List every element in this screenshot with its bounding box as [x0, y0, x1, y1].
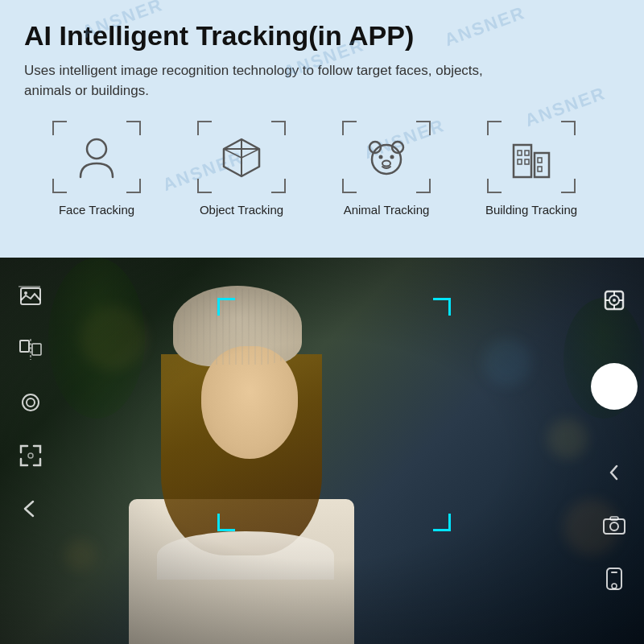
tracking-item-animal: Animal Tracking	[314, 121, 459, 217]
right-sidebar	[592, 274, 636, 628]
page-subtitle: Uses intelligent image recognition techn…	[24, 60, 523, 101]
back-icon[interactable]	[16, 494, 45, 523]
bokeh-2	[547, 419, 588, 459]
top-section: ANSNER ANSNER ANSNER ANSNER ANSNER ANSNE…	[0, 0, 644, 258]
svg-point-28	[28, 453, 33, 458]
animal-bracket-inner	[342, 121, 431, 193]
camera-settings-icon[interactable]	[16, 388, 45, 417]
tracking-icons-row: Face Tracking Object Tracking	[24, 121, 620, 217]
tree-left	[48, 258, 145, 419]
svg-point-40	[612, 584, 617, 588]
svg-rect-41	[611, 572, 617, 573]
svg-rect-36	[604, 519, 625, 534]
autofocus-icon[interactable]	[16, 441, 45, 470]
object-icon-box	[197, 121, 286, 193]
ai-tracking-icon[interactable]	[600, 286, 629, 315]
shutter-button[interactable]	[591, 363, 638, 410]
svg-rect-24	[32, 344, 41, 355]
animal-icon-box	[342, 121, 431, 193]
building-tracking-label: Building Tracking	[485, 203, 577, 217]
building-icon-box	[487, 121, 576, 193]
tracking-item-face: Face Tracking	[24, 121, 169, 217]
face-bracket-inner	[52, 121, 141, 193]
svg-rect-23	[20, 341, 29, 352]
camera-section	[0, 258, 644, 644]
bokeh-3	[64, 539, 97, 572]
face-icon-box	[52, 121, 141, 193]
svg-point-27	[27, 398, 35, 407]
svg-rect-39	[607, 568, 621, 589]
expand-icon[interactable]	[600, 458, 629, 487]
record-icon[interactable]	[600, 564, 629, 593]
animal-tracking-label: Animal Tracking	[344, 203, 430, 217]
object-bracket-inner	[197, 121, 286, 193]
svg-point-37	[610, 522, 618, 530]
page-title: AI Intelligent Tracking(in APP)	[24, 19, 620, 52]
building-bracket-inner	[487, 121, 576, 193]
camera-switch-icon[interactable]	[600, 511, 629, 540]
scarf	[157, 531, 334, 580]
bokeh-4	[483, 338, 531, 386]
svg-point-31	[613, 299, 616, 302]
gallery-icon[interactable]	[16, 282, 45, 311]
svg-point-26	[23, 394, 39, 411]
face-tracking-label: Face Tracking	[59, 203, 134, 217]
object-tracking-label: Object Tracking	[200, 203, 283, 217]
tracking-item-object: Object Tracking	[169, 121, 314, 217]
face	[201, 346, 298, 459]
left-sidebar	[8, 274, 52, 628]
flip-icon[interactable]	[16, 335, 45, 364]
tracking-item-building: Building Tracking	[459, 121, 604, 217]
svg-point-21	[24, 291, 27, 295]
